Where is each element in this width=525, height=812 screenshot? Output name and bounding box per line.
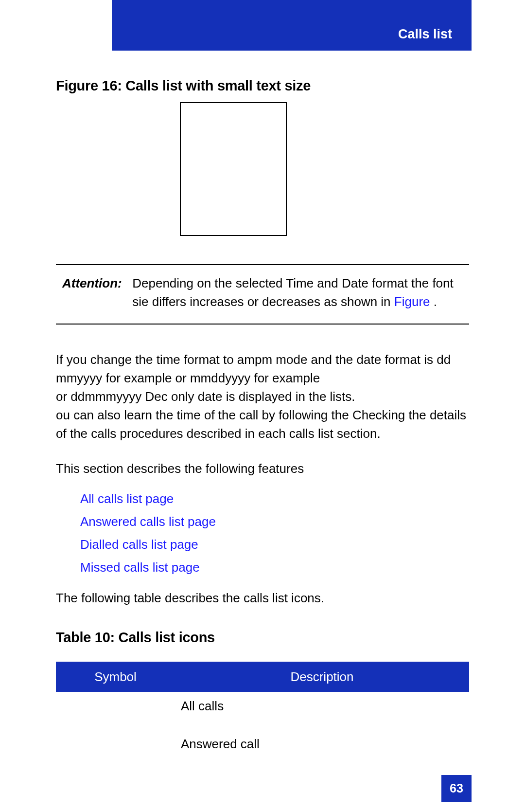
divider-bottom <box>56 324 469 325</box>
attention-block: Attention: Depending on the selected Tim… <box>62 274 471 311</box>
link-all-calls[interactable]: All calls list page <box>80 491 216 506</box>
link-missed-calls[interactable]: Missed calls list page <box>80 560 216 575</box>
figure-placeholder <box>180 102 287 236</box>
table-row: Answered call <box>56 730 469 768</box>
page-number: 63 <box>441 775 472 802</box>
figure-link[interactable]: Figure <box>394 294 430 309</box>
description-cell: Answered call <box>175 730 469 768</box>
description-cell: All calls <box>175 692 469 730</box>
symbol-cell <box>56 730 175 768</box>
symbol-cell <box>56 692 175 730</box>
attention-text-2: . <box>434 294 437 309</box>
table-header-description: Description <box>175 662 469 692</box>
attention-label: Attention: <box>62 274 129 292</box>
paragraph-features-intro: This section describes the following fea… <box>56 459 469 478</box>
table-header-symbol: Symbol <box>56 662 175 692</box>
paragraph-table-intro: The following table describes the calls … <box>56 589 469 607</box>
calls-list-icons-table: Symbol Description All calls Answered ca… <box>56 662 469 768</box>
table-row: All calls <box>56 692 469 730</box>
header-bar: Calls list <box>112 0 472 51</box>
header-title: Calls list <box>398 27 452 42</box>
table-caption: Table 10: Calls list icons <box>56 630 215 646</box>
link-answered-calls[interactable]: Answered calls list page <box>80 514 216 529</box>
paragraph-time-format: If you change the time format to ampm mo… <box>56 350 469 443</box>
divider-top <box>56 264 469 265</box>
table-header-row: Symbol Description <box>56 662 469 692</box>
feature-links: All calls list page Answered calls list … <box>80 491 216 583</box>
link-dialled-calls[interactable]: Dialled calls list page <box>80 537 216 552</box>
attention-text: Depending on the selected Time and Date … <box>132 274 463 311</box>
figure-caption: Figure 16: Calls list with small text si… <box>56 78 311 94</box>
